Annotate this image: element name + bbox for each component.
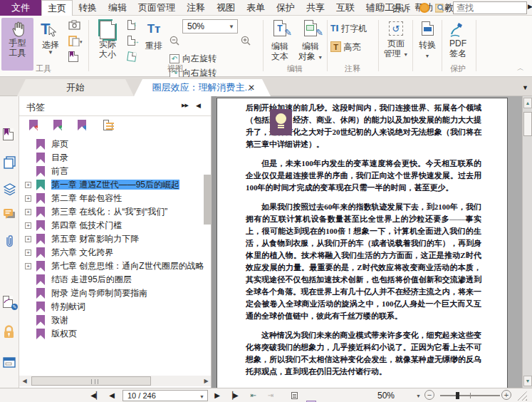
find-input[interactable]: [453, 1, 527, 14]
bookmark-item-7[interactable]: +第五章 财富影响力下降: [19, 232, 206, 246]
bookmarks-horizontal-scrollbar[interactable]: ◀ ▶: [19, 376, 212, 386]
bookmark-label[interactable]: 第二章 年龄包容性: [51, 193, 122, 203]
expand-icon[interactable]: +: [25, 263, 31, 269]
typewriter-button[interactable]: TⅠ 打字机: [330, 23, 367, 35]
bookmark-label[interactable]: 致谢: [51, 315, 68, 325]
bookmark-label[interactable]: 版权页: [51, 329, 77, 339]
close-tab-icon[interactable]: ✕: [248, 79, 255, 96]
previous-page-button[interactable]: ◀: [107, 390, 117, 401]
convert-button[interactable]: 转换▼: [415, 18, 439, 75]
fit-page-icon[interactable]: ↕: [125, 20, 137, 31]
assistant-lightbulb-button[interactable]: [270, 109, 292, 135]
hand-tool-button[interactable]: 手型 工具: [1, 18, 33, 71]
bookmark-label[interactable]: 扉页: [51, 139, 68, 149]
bookmark-item-13[interactable]: 致谢: [19, 314, 206, 327]
bookmark-item-1[interactable]: 目录: [19, 151, 206, 165]
expand-icon[interactable]: +: [25, 249, 31, 256]
bookmarks-vertical-scrollbar[interactable]: [204, 175, 211, 225]
bookmark-page-icon[interactable]: [68, 51, 80, 62]
resize-grip[interactable]: [516, 391, 527, 401]
bookmark-item-3[interactable]: +第一章 遭遇Z世代——95后的崛起: [19, 178, 206, 192]
panel-splitter[interactable]: [212, 96, 217, 388]
layers-icon[interactable]: [3, 183, 16, 197]
fit-width-icon[interactable]: ↔: [125, 36, 137, 46]
previous-view-icon[interactable]: ⇤: [248, 390, 259, 401]
snapshot-icon[interactable]: [68, 20, 80, 31]
zoom-in-button[interactable]: +: [501, 390, 511, 400]
bookmark-label[interactable]: 前言: [51, 166, 68, 176]
ribbon-zoom-combo[interactable]: 50%▼: [182, 19, 238, 34]
next-page-button[interactable]: ▶: [212, 390, 222, 401]
security-icon[interactable]: [3, 325, 16, 339]
scroll-right-icon[interactable]: ▶: [201, 376, 212, 386]
reflow-button[interactable]: Tт 重排: [141, 18, 167, 71]
collapse-panel-icon[interactable]: ◀: [196, 102, 201, 109]
menu-tab-6[interactable]: 表单: [241, 0, 271, 16]
tell-me-label[interactable]: 告诉: [392, 2, 410, 15]
menu-tab-3[interactable]: 页面管理: [132, 0, 181, 16]
zoom-slider[interactable]: [440, 395, 500, 396]
add-bookmark-icon[interactable]: +: [53, 120, 62, 130]
signatures-icon[interactable]: ✎: [3, 296, 16, 309]
expand-icon[interactable]: +: [25, 222, 31, 229]
bookmark-label[interactable]: 第五章 财富影响力下降: [51, 234, 139, 244]
page-list-icon[interactable]: [103, 120, 113, 130]
page-number-box[interactable]: 10 / 246 ▼: [122, 390, 208, 401]
page-management-button[interactable]: ↺ 页面管理 ▼: [382, 18, 410, 75]
scrollbar-thumb[interactable]: [523, 112, 532, 136]
bookmark-item-4[interactable]: +第二章 年龄包容性: [19, 192, 206, 205]
bookmark-item-14[interactable]: 版权页: [19, 327, 206, 341]
scroll-left-icon[interactable]: ◀: [19, 376, 30, 386]
zoom-slider-thumb[interactable]: [456, 392, 459, 399]
scroll-up-icon[interactable]: ▲: [523, 98, 532, 108]
bookmark-label[interactable]: 附录 逆向导师制简要指南: [51, 288, 147, 298]
bookmark-label[interactable]: 第六章 文化跨界: [51, 247, 113, 257]
last-page-button[interactable]: ▕▶: [226, 390, 239, 401]
zoom-out-button[interactable]: −: [424, 390, 434, 400]
actual-size-button[interactable]: 实际大小: [93, 18, 122, 71]
expand-icon[interactable]: +: [25, 209, 31, 215]
scrollbar-thumb[interactable]: [31, 376, 151, 386]
assistant-orb-icon[interactable]: [419, 3, 429, 13]
bookmark-label[interactable]: 结语 走进95后的圈层: [51, 274, 132, 284]
bookmark-item-2[interactable]: 前言: [19, 165, 206, 178]
menu-tab-5[interactable]: 视图: [211, 0, 241, 16]
bookmark-label[interactable]: 第四章 低技术门槛: [51, 220, 122, 230]
expand-all-icon[interactable]: ▶▶: [182, 103, 188, 108]
first-page-button[interactable]: ◀▏: [90, 390, 103, 401]
expand-icon[interactable]: +: [25, 182, 31, 188]
single-page-layout-icon[interactable]: [289, 390, 299, 401]
fit-visible-icon[interactable]: [125, 51, 137, 62]
expand-icon[interactable]: +: [25, 236, 31, 242]
pdf-sign-button[interactable]: PDF签名: [444, 18, 471, 71]
bookmark-label[interactable]: 第一章 遭遇Z世代——95后的崛起: [51, 180, 179, 190]
zoom-dropdown-icon[interactable]: ▼: [416, 393, 421, 402]
search-mode-icon[interactable]: ▾: [435, 3, 451, 14]
menu-tab-7[interactable]: 保护: [271, 0, 301, 16]
document-vertical-scrollbar[interactable]: ▲ ▼: [522, 96, 532, 388]
bookmark-item-5[interactable]: +第三章 在线化：从“我”到“我们”: [19, 205, 206, 219]
form-fields-icon[interactable]: [3, 357, 16, 371]
comments-icon[interactable]: [3, 208, 16, 222]
expand-icon[interactable]: +: [25, 195, 31, 202]
find-expand-icon[interactable]: ▶: [528, 3, 532, 10]
bookmark-label[interactable]: 第三章 在线化：从“我”到“我们”: [51, 207, 167, 217]
lightbulb-icon[interactable]: [376, 2, 386, 14]
menu-tab-9[interactable]: 互联: [330, 0, 360, 16]
next-view-icon[interactable]: ⇥: [265, 390, 276, 401]
bookmark-item-10[interactable]: 结语 走进95后的圈层: [19, 273, 206, 287]
bookmarks-icon[interactable]: [3, 128, 16, 142]
menu-tab-4[interactable]: 注释: [181, 0, 211, 16]
scroll-down-icon[interactable]: ▼: [523, 376, 532, 386]
zoom-out-icon[interactable]: [169, 36, 180, 46]
tab-list-dropdown-icon[interactable]: ▼: [522, 84, 528, 91]
menu-tab-2[interactable]: 编辑: [103, 0, 132, 16]
tab-active-document[interactable]: 圈层效应：理解消费主... ✕: [134, 79, 271, 96]
bookmark-label[interactable]: 特别献词: [51, 302, 85, 311]
bookmark-item-0[interactable]: 扉页: [19, 138, 206, 151]
edit-object-button[interactable]: ✎ 编辑对象 ▼: [296, 18, 325, 71]
bookmark-label[interactable]: 第七章 创意思维：通向Z世代圈层的战略: [51, 261, 204, 271]
goto-bookmark-icon[interactable]: →: [78, 120, 86, 130]
tab-start[interactable]: 开始: [17, 79, 134, 96]
pages-icon[interactable]: [3, 156, 16, 170]
